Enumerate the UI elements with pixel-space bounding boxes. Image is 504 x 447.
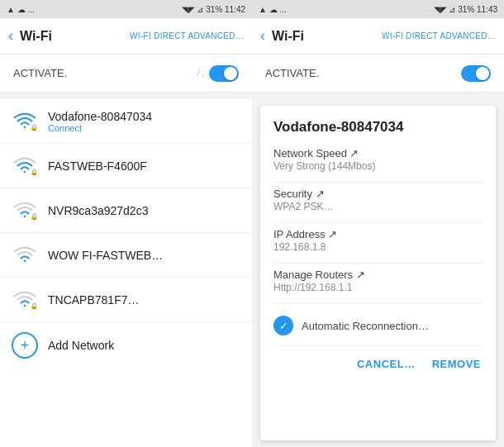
divider-1 <box>273 182 483 183</box>
network-item[interactable]: 🔒 NVR9ca3a927d2c3 <box>0 188 252 233</box>
remove-button[interactable]: REMOVE <box>430 354 483 373</box>
back-button-left[interactable]: ‹ <box>8 27 13 45</box>
reconnect-row: ✓ Automatic Reconnection… <box>273 309 483 339</box>
wifi-direct-action-left[interactable]: WI-FI DIRECT ADVANCED… <box>130 31 244 40</box>
network-info: WOW FI-FASTWEB… <box>48 249 240 262</box>
wifi-toggle-left[interactable] <box>209 65 239 82</box>
network-name: TNCAPB781F7… <box>48 293 240 307</box>
activate-row-left: ACTIVATE. / , <box>0 55 252 93</box>
network-info: FASTWEB-F4600F <box>48 159 240 173</box>
card-network-title: Vodafone-80847034 <box>273 119 483 136</box>
wifi-toggle-right[interactable] <box>461 65 491 82</box>
wifi-signal-icon: 🔒 <box>12 112 38 131</box>
divider-2 <box>273 222 483 223</box>
page-title-right: Wi-Fi <box>272 29 382 44</box>
toggle-hint-left: / , <box>197 69 204 78</box>
ip-address-value: 192.168.1.8 <box>273 241 483 253</box>
add-network-icon: + <box>12 332 38 359</box>
wifi-signal-icon: 🔒 <box>12 202 38 220</box>
toggle-area-left: / , <box>197 65 239 82</box>
network-item[interactable]: WOW FI-FASTWEB… <box>0 233 252 278</box>
network-info: TNCAPB781F7… <box>48 293 240 307</box>
network-name: WOW FI-FASTWEB… <box>48 249 240 262</box>
app-icons-left: ▲ ☁ ... <box>7 5 35 14</box>
reconnect-check-icon: ✓ <box>273 316 293 335</box>
status-bar-left: ▲ ☁ ... ◥◤ ⊿ 31% 11:42 <box>0 0 252 18</box>
status-left-icons: ▲ ☁ ... <box>7 5 35 14</box>
network-speed-row: Network Speed ↗ Very Strong (144Mbos) <box>273 147 483 172</box>
network-list: 🔒 Vodafone-80847034Connect 🔒 FASTWEB-F46… <box>0 99 252 447</box>
router-row: Manage Routers ↗ Http://192.168.1.1 <box>273 269 483 293</box>
network-item[interactable]: 🔒 FASTWEB-F4600F <box>0 144 252 188</box>
network-detail-card: Vodafone-80847034 Network Speed ↗ Very S… <box>260 106 496 440</box>
svg-text:🔒: 🔒 <box>30 212 36 220</box>
network-item[interactable]: 🔒 TNCAPB781F7… <box>0 278 252 322</box>
app-icons-right: ▲ ☁ ... <box>259 5 287 14</box>
svg-text:🔒: 🔒 <box>30 123 36 131</box>
svg-text:🔒: 🔒 <box>30 302 36 309</box>
security-value: WPA2 PSK… <box>273 201 483 212</box>
nav-bar-right: ‹ Wi-Fi WI-FI DIRECT ADVANCED… <box>252 18 504 55</box>
network-name: NVR9ca3a927d2c3 <box>48 204 240 217</box>
page-title-left: Wi-Fi <box>20 29 130 44</box>
wifi-signal-icon: 🔒 <box>12 157 38 175</box>
card-actions: CANCEL… REMOVE <box>273 345 483 373</box>
network-speed-value: Very Strong (144Mbos) <box>273 160 483 172</box>
status-left-icons-right: ▲ ☁ ... <box>259 5 287 14</box>
ip-address-label: IP Address ↗ <box>273 228 483 240</box>
reconnect-label: Automatic Reconnection… <box>302 320 429 332</box>
add-network-item[interactable]: + Add Network <box>0 322 252 369</box>
network-speed-label: Network Speed ↗ <box>273 147 483 159</box>
status-right-info: ◥◤ ⊿ 31% 11:42 <box>182 5 245 14</box>
nav-bar-left: ‹ Wi-Fi WI-FI DIRECT ADVANCED… <box>0 18 252 55</box>
ip-address-row: IP Address ↗ 192.168.1.8 <box>273 228 483 253</box>
network-item[interactable]: 🔒 Vodafone-80847034Connect <box>0 99 252 144</box>
divider-3 <box>273 263 483 264</box>
signal-time-left: ◥◤ ⊿ 31% 11:42 <box>182 5 245 14</box>
status-bar-right: ▲ ☁ ... ◥◤ ⊿ 31% 11:43 <box>252 0 504 18</box>
network-name: FASTWEB-F4600F <box>48 159 240 173</box>
network-name: Vodafone-80847034 <box>48 110 240 123</box>
activate-row-right: ACTIVATE. <box>252 55 504 93</box>
right-panel: ▲ ☁ ... ◥◤ ⊿ 31% 11:43 ‹ Wi-Fi WI-FI DIR… <box>252 0 504 447</box>
network-sub: Connect <box>48 123 240 133</box>
signal-time-right: ◥◤ ⊿ 31% 11:43 <box>434 5 497 14</box>
wifi-signal-icon: 🔒 <box>12 291 38 309</box>
activate-label-left: ACTIVATE. <box>13 67 67 79</box>
add-network-label: Add Network <box>48 339 114 352</box>
security-row: Security ↗ WPA2 PSK… <box>273 188 483 212</box>
network-info: NVR9ca3a927d2c3 <box>48 204 240 217</box>
divider-4 <box>273 303 483 304</box>
router-value: Http://192.168.1.1 <box>273 282 483 293</box>
router-label: Manage Routers ↗ <box>273 269 483 281</box>
network-info: Vodafone-80847034Connect <box>48 110 240 133</box>
svg-text:🔒: 🔒 <box>30 168 36 175</box>
left-panel: ▲ ☁ ... ◥◤ ⊿ 31% 11:42 ‹ Wi-Fi WI-FI DIR… <box>0 0 252 447</box>
security-label: Security ↗ <box>273 188 483 200</box>
status-right-info-right: ◥◤ ⊿ 31% 11:43 <box>434 5 497 14</box>
wifi-signal-icon <box>12 246 38 264</box>
wifi-direct-action-right[interactable]: WI-FI DIRECT ADVANCED… <box>382 31 496 40</box>
activate-label-right: ACTIVATE. <box>265 67 319 79</box>
toggle-area-right <box>461 65 491 82</box>
back-button-right[interactable]: ‹ <box>260 27 265 45</box>
cancel-button[interactable]: CANCEL… <box>355 354 417 373</box>
